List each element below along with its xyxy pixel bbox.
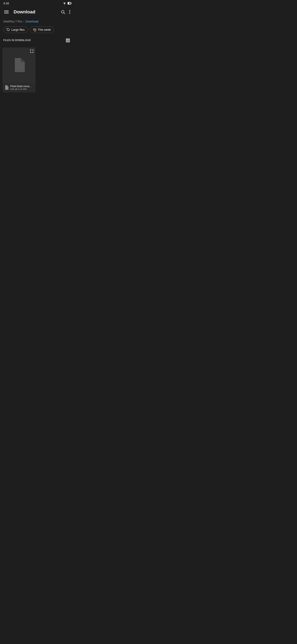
battery-icon	[68, 2, 71, 4]
tag-icon	[6, 28, 10, 32]
filter-row: Large files This week	[0, 26, 74, 36]
large-files-label: Large files	[11, 28, 25, 31]
svg-rect-6	[66, 41, 70, 42]
filter-this-week[interactable]: This week	[30, 26, 54, 33]
status-time: 4:16	[3, 2, 9, 5]
expand-icon	[30, 49, 34, 53]
file-card-preview	[2, 48, 35, 82]
status-bar: 4:16	[0, 0, 74, 6]
file-small-icon	[4, 85, 9, 90]
search-icon	[61, 10, 65, 14]
menu-line-3	[4, 13, 9, 14]
section-header: FILES IN DOWNLOAD	[0, 36, 74, 45]
list-view-button[interactable]	[65, 37, 71, 43]
file-size: 630 kB	[10, 88, 17, 90]
history-icon	[33, 28, 37, 32]
file-preview-icon	[13, 58, 25, 72]
wifi-icon	[63, 2, 66, 5]
list-view-icon-svg	[66, 38, 70, 42]
status-icons	[63, 2, 71, 5]
breadcrumb-separator: ›	[23, 20, 24, 23]
file-time: 4:14 PM	[18, 88, 26, 90]
file-card-info: Pixel-Dark.nova... 630 kB 4:14 PM	[2, 82, 35, 92]
file-meta: Pixel-Dark.nova... 630 kB 4:14 PM	[10, 85, 31, 90]
search-button[interactable]	[59, 8, 67, 16]
file-card[interactable]: Pixel-Dark.nova... 630 kB 4:14 PM	[2, 48, 35, 92]
toolbar: Download	[0, 6, 74, 18]
more-icon	[69, 10, 70, 14]
breadcrumb-current: Download	[25, 20, 38, 23]
svg-line-2	[64, 13, 65, 14]
section-title: FILES IN DOWNLOAD	[3, 39, 31, 42]
breadcrumb-root[interactable]: OnePlus 7 Pro	[3, 20, 22, 23]
this-week-label: This week	[38, 28, 51, 31]
menu-line-1	[4, 10, 9, 11]
toolbar-title: Download	[13, 9, 59, 15]
filter-large-files[interactable]: Large files	[3, 26, 28, 33]
svg-point-0	[64, 4, 65, 5]
toolbar-actions	[59, 8, 72, 16]
more-options-button[interactable]	[68, 8, 72, 16]
svg-rect-5	[66, 40, 70, 41]
files-grid: Pixel-Dark.nova... 630 kB 4:14 PM	[0, 46, 74, 94]
menu-line-2	[4, 12, 9, 12]
menu-button[interactable]	[2, 9, 10, 15]
breadcrumb: OnePlus 7 Pro › Download	[0, 18, 74, 26]
svg-rect-4	[66, 38, 70, 40]
file-details: 630 kB 4:14 PM	[10, 88, 31, 90]
file-name: Pixel-Dark.nova...	[10, 85, 31, 88]
